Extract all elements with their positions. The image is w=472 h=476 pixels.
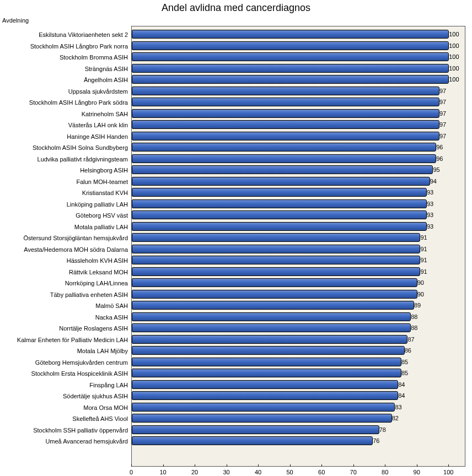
category-label: Stockholm Bromma ASIH: [0, 52, 131, 63]
x-tick-label: 90: [414, 469, 420, 475]
bar-row: 97: [132, 85, 465, 97]
category-label: Västerås LAH onk klin: [0, 120, 131, 131]
bar-row: 87: [132, 334, 465, 345]
bar-row: 100: [132, 40, 465, 52]
bar-value-label: 93: [427, 189, 433, 196]
bar-value-label: 87: [407, 336, 414, 343]
bar-value-label: 86: [405, 347, 411, 354]
category-label: Täby palliativa enheten ASIH: [0, 289, 131, 301]
bar-value-label: 100: [449, 42, 459, 49]
bar-row: 90: [132, 289, 465, 300]
category-label: Motala LAH Mjölby: [0, 345, 131, 357]
category-label: Stockholm ASIH Långbro Park södra: [0, 97, 131, 109]
x-tick-label: 80: [382, 469, 388, 475]
bar-row: 91: [132, 255, 465, 266]
bar: 97: [132, 86, 439, 95]
bar-row: 91: [132, 244, 465, 255]
bar: 93: [132, 222, 427, 231]
category-label: Göteborg HSV väst: [0, 210, 131, 221]
bar: 83: [132, 403, 395, 412]
bar-value-label: 83: [395, 404, 401, 410]
bar-row: 97: [132, 96, 465, 108]
bar: 87: [132, 335, 407, 344]
chart-title: Andel avlidna med cancerdiagnos: [0, 0, 472, 17]
bar-value-label: 78: [379, 426, 386, 433]
bar-value-label: 91: [420, 234, 427, 241]
x-tick-mark: [290, 464, 291, 467]
category-label: Norrtälje Roslagens ASIH: [0, 323, 131, 334]
bar: 86: [132, 346, 405, 355]
bar-value-label: 82: [392, 415, 399, 421]
category-label: Stockholm ASIH Solna Sundbyberg: [0, 142, 131, 154]
bar-row: 93: [132, 209, 465, 221]
bar-row: 88: [132, 311, 465, 323]
bar: 89: [132, 301, 414, 310]
category-label: Katrineholm SAH: [0, 109, 131, 120]
bar: 76: [132, 436, 373, 445]
category-label: Strängnäs ASIH: [0, 63, 131, 75]
category-label: Umeå Avancerad hemsjukvård: [0, 436, 131, 447]
x-tick-label: 30: [223, 469, 229, 475]
bar-row: 84: [132, 390, 465, 402]
bar-value-label: 100: [449, 53, 459, 60]
bar-row: 85: [132, 367, 465, 379]
x-tick-mark: [321, 464, 322, 467]
bar-row: 93: [132, 198, 465, 210]
category-label: Ludvika palliativt rådgivningsteam: [0, 154, 131, 165]
bar: 96: [132, 154, 436, 163]
bar-value-label: 97: [439, 110, 446, 117]
bar-value-label: 93: [427, 212, 433, 218]
bar-row: 94: [132, 176, 465, 187]
bars-container: 1001001001001009797979797969695949393939…: [132, 26, 465, 466]
bar-value-label: 97: [439, 133, 446, 139]
bar: 91: [132, 267, 420, 276]
category-label: Hässleholm KVH ASIH: [0, 255, 131, 267]
bar: 100: [132, 52, 449, 61]
x-tick-label: 50: [286, 469, 293, 475]
bar-value-label: 85: [401, 359, 408, 365]
bar-row: 78: [132, 424, 465, 436]
x-tick-mark: [131, 464, 132, 467]
bar-value-label: 84: [398, 381, 405, 388]
bar-value-label: 96: [436, 155, 443, 162]
category-label: Göteborg Hemsjukvården centrum: [0, 357, 131, 369]
bar-value-label: 96: [436, 144, 443, 150]
bar-row: 100: [132, 29, 465, 40]
x-tick-mark: [195, 464, 195, 467]
bar-row: 89: [132, 300, 465, 311]
bar: 97: [132, 132, 439, 140]
bar-row: 96: [132, 142, 465, 153]
bar: 84: [132, 380, 398, 389]
bar: 91: [132, 245, 420, 253]
bar: 94: [132, 177, 430, 186]
x-tick-mark: [385, 464, 385, 467]
bar-value-label: 91: [420, 257, 427, 263]
category-label: Mora Orsa MOH: [0, 402, 131, 414]
bar-value-label: 100: [449, 31, 459, 37]
bar: 97: [132, 120, 439, 129]
category-label: Eskilstuna Viktoriaenheten sekt 2: [0, 29, 131, 41]
x-tick-mark: [227, 464, 227, 467]
bar: 97: [132, 109, 439, 118]
bar: 78: [132, 425, 379, 434]
bar-row: 95: [132, 164, 465, 176]
plot-frame: 1001001001001009797979797969695949393939…: [131, 26, 465, 467]
bar-row: 100: [132, 74, 465, 85]
bar: 100: [132, 64, 449, 73]
y-axis-categories: Eskilstuna Viktoriaenheten sekt 2Stockho…: [0, 26, 131, 467]
bar-value-label: 76: [373, 437, 379, 444]
category-label: Malmö SAH: [0, 300, 131, 312]
bar: 93: [132, 210, 427, 219]
category-label: Skellefteå AHS Viool: [0, 413, 131, 425]
x-tick-label: 100: [443, 469, 453, 475]
bar: 95: [132, 165, 433, 174]
bar: 93: [132, 188, 427, 197]
bar: 88: [132, 323, 411, 332]
bar-row: 100: [132, 51, 465, 63]
category-label: Haninge ASIH Handen: [0, 131, 131, 143]
x-tick-label: 70: [350, 469, 357, 475]
category-label: Motala palliativ LAH: [0, 221, 131, 233]
chart-container: Andel avlidna med cancerdiagnos Avdelnin…: [0, 0, 472, 476]
bar-row: 93: [132, 221, 465, 232]
category-label: Kristianstad KVH: [0, 187, 131, 199]
